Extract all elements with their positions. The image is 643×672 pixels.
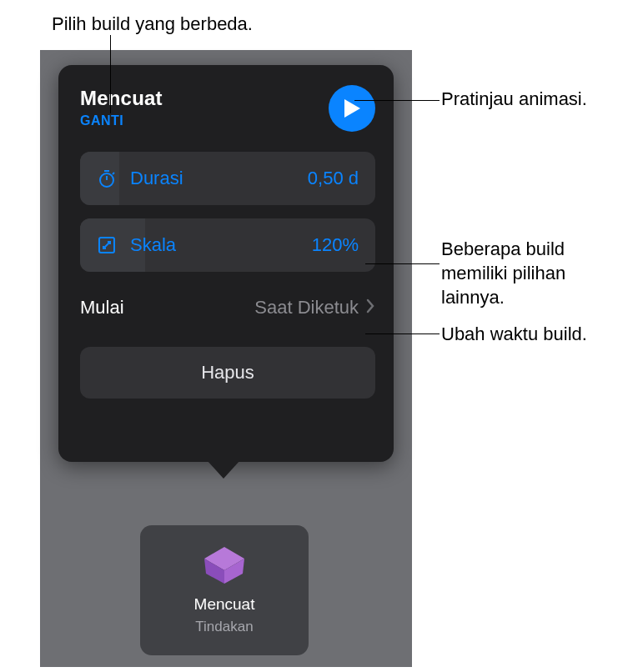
- duration-slider[interactable]: Durasi 0,50 d: [80, 152, 375, 205]
- callout-preview: Pratinjau animasi.: [441, 87, 587, 111]
- object-thumbnail: [198, 545, 251, 585]
- build-options-popover: Mencuat GANTI Durasi 0,50 d: [58, 65, 394, 462]
- popover-tail: [207, 460, 240, 479]
- build-tile-subtitle: Tindakan: [195, 619, 253, 635]
- stopwatch-icon: [97, 168, 120, 188]
- callout-timing: Ubah waktu build.: [441, 322, 587, 346]
- start-build-selector[interactable]: Mulai Saat Diketuk: [80, 285, 375, 330]
- build-name-title: Mencuat: [80, 87, 163, 110]
- chevron-right-icon: [365, 298, 375, 318]
- scale-icon: [97, 235, 120, 255]
- delete-build-button[interactable]: Hapus: [80, 347, 375, 399]
- duration-value: 0,50 d: [308, 168, 359, 189]
- preview-animation-button[interactable]: [329, 85, 375, 132]
- build-tile[interactable]: Mencuat Tindakan: [140, 525, 309, 655]
- start-label: Mulai: [80, 297, 124, 318]
- callout-line: [365, 263, 440, 264]
- callout-line: [365, 333, 440, 334]
- callout-line: [354, 100, 440, 101]
- callout-options: Beberapa build memiliki pilihan lainnya.: [441, 237, 629, 309]
- change-build-button[interactable]: GANTI: [80, 113, 163, 128]
- build-tile-title: Mencuat: [194, 595, 255, 614]
- duration-label: Durasi: [130, 168, 308, 189]
- delete-label: Hapus: [201, 362, 254, 384]
- callout-line: [110, 35, 111, 113]
- scale-slider[interactable]: Skala 120%: [80, 218, 375, 272]
- scale-label: Skala: [130, 234, 312, 256]
- scale-value: 120%: [312, 234, 359, 256]
- callout-choose-build: Pilih build yang berbeda.: [52, 12, 253, 36]
- start-value: Saat Diketuk: [124, 297, 365, 318]
